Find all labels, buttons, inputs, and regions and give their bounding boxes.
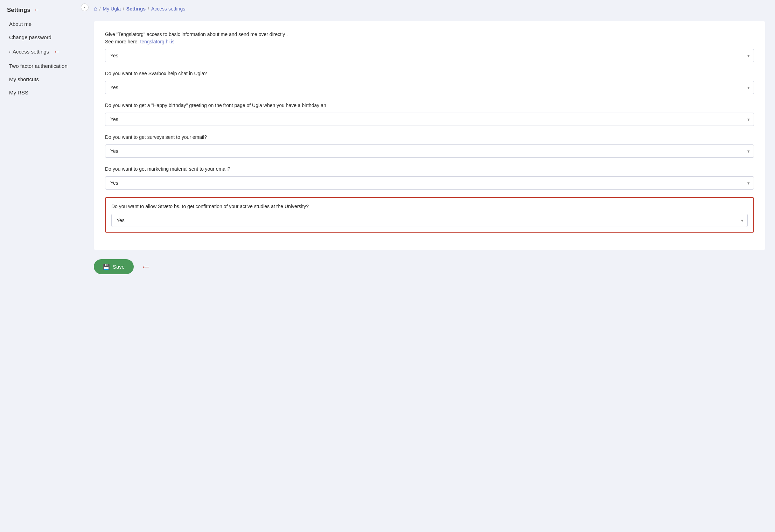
question-block-q4: Do you want to get surveys sent to your …	[105, 134, 754, 158]
breadcrumb-my-ugla[interactable]: My Ugla	[103, 6, 121, 12]
question-block-q2: Do you want to see Svarbox help chat in …	[105, 70, 754, 94]
question-block-q3: Do you want to get a "Happy birthday" gr…	[105, 102, 754, 126]
answer-select-q5[interactable]: YesNo	[105, 176, 754, 190]
sidebar-item-label: My shortcuts	[9, 76, 39, 82]
sidebar-title: Settings ←	[0, 0, 84, 17]
sidebar-item-my-shortcuts[interactable]: My shortcuts	[2, 73, 82, 86]
main-content: ⌂ / My Ugla / Settings / Access settings…	[84, 0, 775, 532]
answer-select-q4[interactable]: YesNo	[105, 144, 754, 158]
sidebar-item-my-rss[interactable]: My RSS	[2, 86, 82, 99]
question-block-q5: Do you want to get marketing material se…	[105, 165, 754, 190]
answer-select-q3[interactable]: YesNo	[105, 113, 754, 126]
question-link-q1[interactable]: tengslatorg.hi.is	[140, 39, 174, 44]
active-arrow-indicator: ←	[53, 48, 60, 56]
sidebar-item-label: Two factor authentication	[9, 63, 68, 69]
chevron-icon: ›	[9, 49, 11, 54]
save-label: Save	[113, 264, 125, 270]
save-icon: 💾	[103, 263, 110, 270]
select-wrapper-q3: YesNo	[105, 113, 754, 126]
question-text-q2: Do you want to see Svarbox help chat in …	[105, 70, 754, 77]
bc-sep-2: /	[148, 6, 149, 12]
question-text-q3: Do you want to get a "Happy birthday" gr…	[105, 102, 754, 109]
question-subtext-q1: See more here:	[105, 39, 140, 44]
sidebar-title-arrow: ←	[33, 6, 40, 14]
sidebar-item-access-settings[interactable]: ›Access settings ←	[2, 44, 82, 59]
select-wrapper-q6: YesNo	[111, 214, 748, 227]
bc-sep-0: /	[99, 6, 101, 12]
sidebar-item-about-me[interactable]: About me	[2, 17, 82, 30]
question-block-q6: Do you want to allow Stræto bs. to get c…	[105, 197, 754, 233]
question-block-q1: Give "Tengslatorg" access to basic infor…	[105, 31, 754, 62]
sidebar-item-two-factor[interactable]: Two factor authentication	[2, 59, 82, 72]
question-text-q6: Do you want to allow Stræto bs. to get c…	[111, 203, 748, 210]
sidebar-item-label: My RSS	[9, 90, 28, 95]
breadcrumb-settings[interactable]: Settings	[126, 6, 146, 12]
sidebar-item-label: About me	[9, 21, 32, 27]
save-btn-row: 💾 Save ←	[94, 256, 765, 274]
home-icon[interactable]: ⌂	[94, 6, 97, 12]
question-text-q4: Do you want to get surveys sent to your …	[105, 134, 754, 141]
sidebar-item-change-password[interactable]: Change password	[2, 31, 82, 44]
content-card: Give "Tengslatorg" access to basic infor…	[94, 21, 765, 250]
breadcrumb: ⌂ / My Ugla / Settings / Access settings	[84, 0, 775, 17]
sidebar-item-label: Change password	[9, 34, 51, 40]
select-wrapper-q1: YesNo	[105, 49, 754, 62]
sidebar-nav: About meChange password›Access settings …	[0, 17, 84, 99]
breadcrumb-access-settings[interactable]: Access settings	[151, 6, 185, 12]
sidebar: ‹ Settings ← About meChange password›Acc…	[0, 0, 84, 532]
select-wrapper-q2: YesNo	[105, 81, 754, 94]
bc-sep-1: /	[123, 6, 124, 12]
save-button[interactable]: 💾 Save	[94, 259, 134, 274]
save-arrow-indicator: ←	[141, 261, 151, 272]
answer-select-q2[interactable]: YesNo	[105, 81, 754, 94]
select-wrapper-q5: YesNo	[105, 176, 754, 190]
question-text-q1: Give "Tengslatorg" access to basic infor…	[105, 31, 754, 45]
answer-select-q6[interactable]: YesNo	[111, 214, 748, 227]
sidebar-item-label: Access settings	[13, 49, 49, 55]
content-area: Give "Tengslatorg" access to basic infor…	[84, 17, 775, 532]
sidebar-toggle[interactable]: ‹	[81, 3, 89, 11]
question-text-q5: Do you want to get marketing material se…	[105, 165, 754, 173]
answer-select-q1[interactable]: YesNo	[105, 49, 754, 62]
select-wrapper-q4: YesNo	[105, 144, 754, 158]
sidebar-title-text: Settings	[7, 7, 30, 14]
